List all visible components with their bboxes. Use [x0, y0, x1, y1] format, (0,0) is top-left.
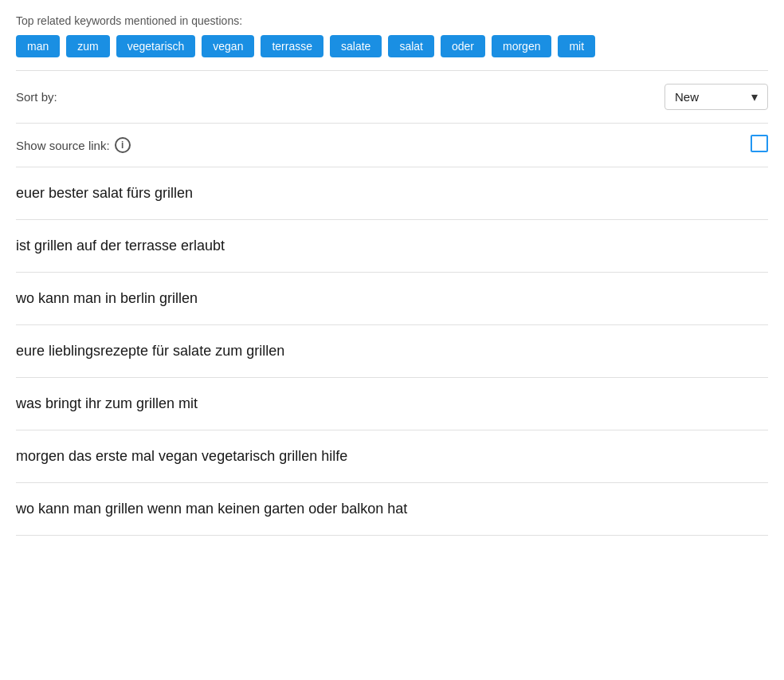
- source-link-text: Show source link:: [16, 139, 110, 152]
- question-item[interactable]: ist grillen auf der terrasse erlaubt: [16, 220, 768, 273]
- keywords-title: Top related keywords mentioned in questi…: [16, 14, 768, 27]
- sort-selected-value: New: [675, 90, 743, 104]
- source-link-checkbox[interactable]: [751, 135, 768, 152]
- sort-section: Sort by: New ▾: [16, 71, 768, 124]
- source-link-section: Show source link: i: [16, 124, 768, 167]
- keyword-tag[interactable]: vegetarisch: [116, 35, 196, 57]
- keyword-tag[interactable]: oder: [441, 35, 485, 57]
- question-item[interactable]: eure lieblingsrezepte für salate zum gri…: [16, 325, 768, 378]
- questions-list: euer bester salat fürs grillenist grille…: [16, 167, 768, 536]
- keyword-tag[interactable]: morgen: [492, 35, 551, 57]
- question-item[interactable]: morgen das erste mal vegan vegetarisch g…: [16, 430, 768, 483]
- question-item[interactable]: was bringt ihr zum grillen mit: [16, 378, 768, 430]
- main-container: Top related keywords mentioned in questi…: [0, 0, 784, 552]
- keyword-tag[interactable]: terrasse: [261, 35, 323, 57]
- sort-label: Sort by:: [16, 90, 57, 104]
- keywords-section: Top related keywords mentioned in questi…: [16, 14, 768, 71]
- question-item[interactable]: wo kann man in berlin grillen: [16, 273, 768, 325]
- keywords-list: manzumvegetarischveganterrassesalatesala…: [16, 35, 768, 57]
- info-icon[interactable]: i: [115, 137, 131, 153]
- source-link-label: Show source link: i: [16, 137, 131, 153]
- keyword-tag[interactable]: man: [16, 35, 60, 57]
- keyword-tag[interactable]: zum: [66, 35, 109, 57]
- keyword-tag[interactable]: mit: [558, 35, 595, 57]
- question-item[interactable]: wo kann man grillen wenn man keinen gart…: [16, 483, 768, 536]
- keyword-tag[interactable]: salate: [330, 35, 382, 57]
- chevron-down-icon: ▾: [751, 89, 758, 104]
- sort-dropdown[interactable]: New ▾: [664, 84, 768, 110]
- keyword-tag[interactable]: vegan: [202, 35, 254, 57]
- checkbox-container: [751, 135, 768, 155]
- keyword-tag[interactable]: salat: [388, 35, 434, 57]
- question-item[interactable]: euer bester salat fürs grillen: [16, 167, 768, 220]
